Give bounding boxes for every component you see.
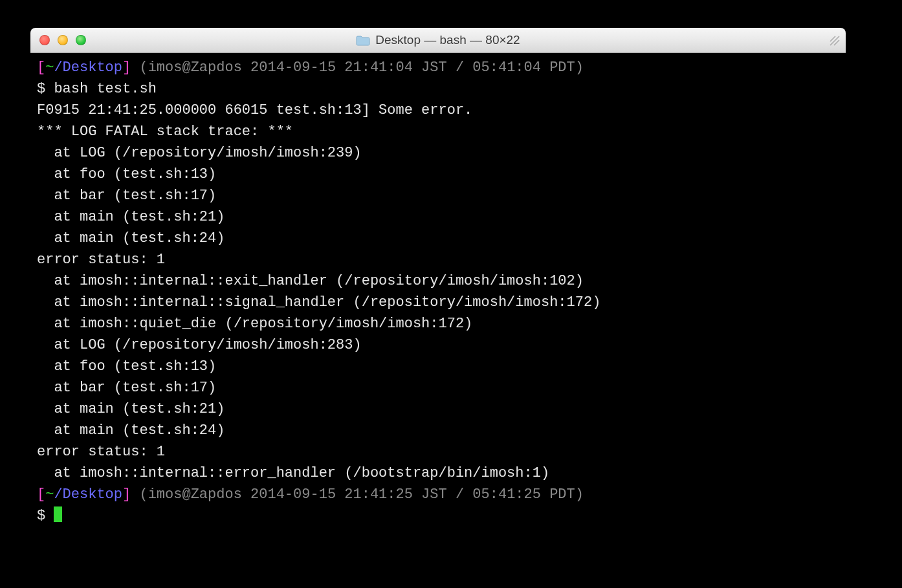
command-line: $ xyxy=(37,508,54,524)
output-line: at foo (test.sh:13) xyxy=(37,166,216,182)
prompt-bracket-open: [ xyxy=(37,60,45,76)
prompt-meta: (imos@Zapdos 2014-09-15 21:41:25 JST / 0… xyxy=(131,486,584,503)
minimize-button[interactable] xyxy=(58,35,68,45)
close-button[interactable] xyxy=(39,35,50,45)
prompt-meta: (imos@Zapdos 2014-09-15 21:41:04 JST / 0… xyxy=(131,60,584,76)
cursor-block xyxy=(54,506,62,522)
output-line: at LOG (/repository/imosh/imosh:239) xyxy=(37,145,362,161)
output-line: at imosh::internal::error_handler (/boot… xyxy=(37,465,549,481)
output-line: at LOG (/repository/imosh/imosh:283) xyxy=(37,337,362,353)
output-line: at main (test.sh:24) xyxy=(37,422,225,439)
window-title: Desktop — bash — 80×22 xyxy=(30,33,846,47)
output-line: at foo (test.sh:13) xyxy=(37,358,216,375)
window-title-text: Desktop — bash — 80×22 xyxy=(375,33,520,47)
folder-icon xyxy=(356,35,370,45)
window-controls xyxy=(39,35,86,45)
output-line: F0915 21:41:25.000000 66015 test.sh:13] … xyxy=(37,102,472,118)
output-line: at main (test.sh:24) xyxy=(37,230,225,246)
output-line: at imosh::quiet_die (/repository/imosh/i… xyxy=(37,316,472,332)
prompt-bracket-open: [ xyxy=(37,486,45,503)
resize-icon[interactable] xyxy=(829,35,841,47)
output-line: at imosh::internal::exit_handler (/repos… xyxy=(37,273,584,289)
output-line: at main (test.sh:21) xyxy=(37,401,225,417)
zoom-button[interactable] xyxy=(76,35,86,45)
terminal-body[interactable]: [~/Desktop] (imos@Zapdos 2014-09-15 21:4… xyxy=(30,53,846,547)
window-titlebar[interactable]: Desktop — bash — 80×22 xyxy=(30,28,846,53)
output-line: at imosh::internal::signal_handler (/rep… xyxy=(37,294,600,310)
output-line: error status: 1 xyxy=(37,252,165,268)
output-line: at bar (test.sh:17) xyxy=(37,188,216,204)
output-line: at bar (test.sh:17) xyxy=(37,380,216,396)
terminal-window: Desktop — bash — 80×22 [~/Desktop] (imos… xyxy=(30,28,846,547)
prompt-bracket-close: ] xyxy=(122,60,131,76)
output-line: at main (test.sh:21) xyxy=(37,209,225,225)
prompt-path: /Desktop xyxy=(54,60,122,76)
prompt-tilde: ~ xyxy=(45,486,54,503)
prompt-bracket-close: ] xyxy=(122,486,131,503)
output-line: error status: 1 xyxy=(37,444,165,460)
prompt-path: /Desktop xyxy=(54,486,122,503)
output-line: *** LOG FATAL stack trace: *** xyxy=(37,124,293,140)
prompt-tilde: ~ xyxy=(45,60,54,76)
command-line: $ bash test.sh xyxy=(37,81,157,97)
